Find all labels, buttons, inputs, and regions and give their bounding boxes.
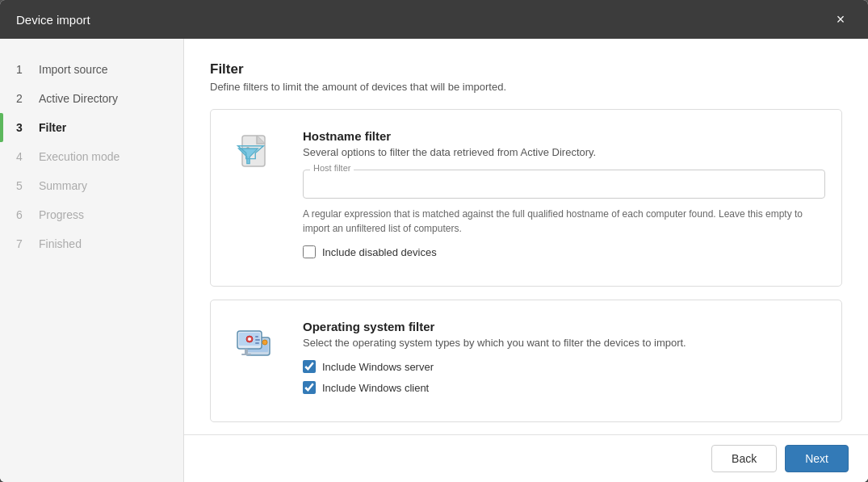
sidebar: 1 Import source 2 Active Directory 3 Fil… bbox=[0, 39, 184, 482]
host-filter-input-wrap: Host filter bbox=[303, 170, 825, 199]
svg-point-15 bbox=[262, 340, 267, 345]
dialog-header: Device import × bbox=[0, 0, 868, 39]
section-subtitle: Define filters to limit the amount of de… bbox=[210, 81, 842, 93]
filter-document-icon bbox=[231, 129, 279, 178]
svg-rect-10 bbox=[255, 336, 258, 337]
sidebar-item-finished: 7 Finished bbox=[0, 229, 183, 258]
windows-client-label[interactable]: Include Windows client bbox=[322, 382, 429, 394]
hostname-filter-desc: Several options to filter the data retri… bbox=[303, 146, 825, 158]
sidebar-item-active-directory[interactable]: 2 Active Directory bbox=[0, 84, 183, 113]
sidebar-item-import-source[interactable]: 1 Import source bbox=[0, 55, 183, 84]
os-filter-card: Operating system filter Select the opera… bbox=[210, 300, 842, 422]
windows-client-checkbox[interactable] bbox=[303, 381, 316, 394]
hostname-filter-content: Hostname filter Several options to filte… bbox=[303, 129, 825, 266]
os-filter-content: Operating system filter Select the opera… bbox=[303, 320, 825, 402]
sidebar-item-progress: 6 Progress bbox=[0, 200, 183, 229]
sidebar-item-summary: 5 Summary bbox=[0, 171, 183, 200]
sidebar-label-2: Active Directory bbox=[39, 92, 118, 105]
sidebar-label-3: Filter bbox=[39, 121, 66, 134]
host-filter-helper: A regular expression that is matched aga… bbox=[303, 207, 825, 236]
main-content: Filter Define filters to limit the amoun… bbox=[184, 39, 868, 482]
sidebar-item-execution-mode: 4 Execution mode bbox=[0, 142, 183, 171]
os-computer-icon bbox=[231, 320, 279, 368]
host-filter-input[interactable] bbox=[312, 178, 816, 191]
svg-point-9 bbox=[248, 337, 251, 341]
back-button[interactable]: Back bbox=[711, 445, 777, 472]
host-filter-label: Host filter bbox=[310, 163, 354, 173]
step-number-5: 5 bbox=[16, 179, 29, 192]
step-number-4: 4 bbox=[16, 150, 29, 163]
step-number-2: 2 bbox=[16, 92, 29, 105]
step-number-6: 6 bbox=[16, 208, 29, 221]
next-button[interactable]: Next bbox=[785, 445, 849, 472]
hostname-filter-icon bbox=[227, 129, 283, 178]
hostname-filter-card: Hostname filter Several options to filte… bbox=[210, 109, 842, 287]
device-import-dialog: Device import × 1 Import source 2 Active… bbox=[0, 0, 868, 482]
sidebar-item-filter[interactable]: 3 Filter bbox=[0, 113, 183, 142]
content-area: Filter Define filters to limit the amoun… bbox=[184, 39, 868, 434]
step-number-7: 7 bbox=[16, 237, 29, 250]
include-disabled-label[interactable]: Include disabled devices bbox=[322, 246, 437, 258]
os-filter-icon bbox=[227, 320, 283, 368]
os-filter-title: Operating system filter bbox=[303, 320, 825, 333]
windows-client-row: Include Windows client bbox=[303, 381, 825, 394]
dialog-body: 1 Import source 2 Active Directory 3 Fil… bbox=[0, 39, 868, 482]
sidebar-label-7: Finished bbox=[39, 237, 82, 250]
step-number-1: 1 bbox=[16, 63, 29, 76]
os-filter-desc: Select the operating system types by whi… bbox=[303, 337, 825, 349]
sidebar-label-5: Summary bbox=[39, 179, 87, 192]
include-disabled-row: Include disabled devices bbox=[303, 245, 825, 258]
include-disabled-checkbox[interactable] bbox=[303, 245, 316, 258]
svg-rect-11 bbox=[255, 339, 260, 341]
svg-rect-14 bbox=[241, 354, 251, 355]
windows-server-row: Include Windows server bbox=[303, 360, 825, 373]
close-button[interactable]: × bbox=[829, 8, 852, 31]
sidebar-label-4: Execution mode bbox=[39, 150, 120, 163]
section-title: Filter bbox=[210, 61, 842, 78]
dialog-footer: Back Next bbox=[184, 434, 868, 482]
windows-server-label[interactable]: Include Windows server bbox=[322, 361, 434, 373]
hostname-filter-title: Hostname filter bbox=[303, 129, 825, 143]
svg-rect-13 bbox=[245, 349, 248, 354]
windows-server-checkbox[interactable] bbox=[303, 360, 316, 373]
svg-rect-12 bbox=[255, 342, 259, 344]
sidebar-label-1: Import source bbox=[39, 63, 108, 76]
sidebar-label-6: Progress bbox=[39, 208, 84, 221]
step-number-3: 3 bbox=[16, 121, 29, 134]
dialog-title: Device import bbox=[16, 13, 90, 27]
